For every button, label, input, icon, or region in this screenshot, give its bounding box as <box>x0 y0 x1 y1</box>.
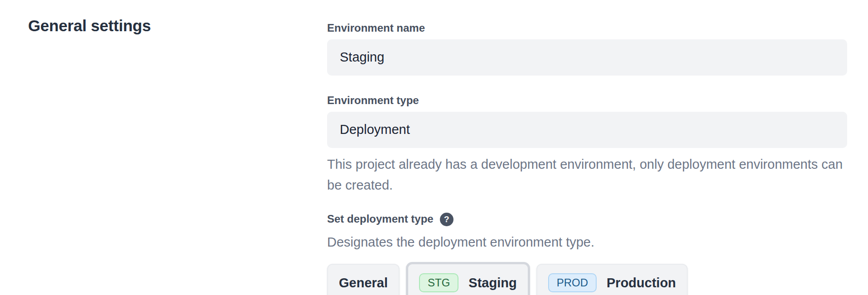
environment-name-input[interactable] <box>327 39 847 76</box>
stg-badge: STG <box>419 273 458 292</box>
environment-name-group: Environment name <box>327 22 847 76</box>
deployment-type-group: Set deployment type ? Designates the dep… <box>327 213 847 295</box>
settings-form: Environment name Environment type This p… <box>327 16 847 295</box>
deployment-type-description: Designates the deployment environment ty… <box>327 232 847 252</box>
environment-type-group: Environment type This project already ha… <box>327 94 847 195</box>
deployment-type-option-general[interactable]: General <box>327 264 400 295</box>
deployment-type-label: Set deployment type <box>327 213 434 226</box>
environment-name-label: Environment name <box>327 22 847 35</box>
environment-settings-page: General settings Environment name Enviro… <box>0 0 868 295</box>
option-label: Production <box>607 276 676 290</box>
question-mark-icon[interactable]: ? <box>440 213 453 226</box>
environment-type-label: Environment type <box>327 94 847 107</box>
option-label: Staging <box>468 276 516 290</box>
prod-badge: PROD <box>548 273 597 292</box>
deployment-type-option-production[interactable]: PROD Production <box>536 264 688 295</box>
environment-type-input[interactable] <box>327 112 847 148</box>
deployment-type-option-staging[interactable]: STG Staging <box>406 262 530 295</box>
page-title: General settings <box>28 16 327 35</box>
option-label: General <box>339 276 388 290</box>
environment-type-help-text: This project already has a development e… <box>327 154 847 195</box>
settings-section-header: General settings <box>28 16 327 295</box>
deployment-type-options: General STG Staging PROD Production <box>327 262 847 295</box>
deployment-type-label-row: Set deployment type ? <box>327 213 847 226</box>
